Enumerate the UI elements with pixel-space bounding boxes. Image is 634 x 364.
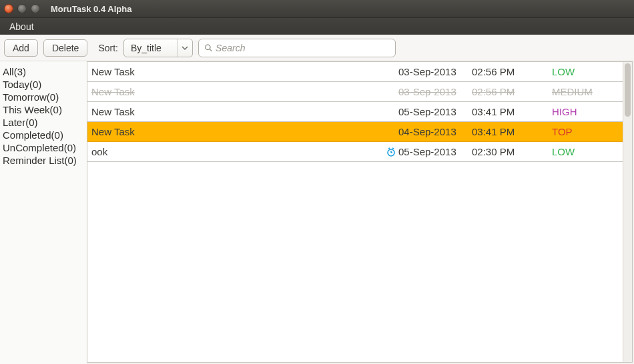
- task-title: New Task: [91, 86, 384, 97]
- task-title: New Task: [91, 126, 384, 137]
- task-priority: LOW: [552, 66, 619, 77]
- sort-label: Sort:: [98, 43, 118, 53]
- task-title: ook: [91, 146, 384, 157]
- svg-point-0: [206, 45, 210, 49]
- window-maximize-icon[interactable]: [31, 4, 40, 13]
- search-field[interactable]: [198, 39, 396, 57]
- sort-select-value: By_title: [124, 43, 178, 53]
- reminder-icon: [384, 147, 398, 157]
- chevron-down-icon: [178, 39, 192, 57]
- sidebar-item[interactable]: UnCompleted(0): [1, 141, 85, 154]
- task-title: New Task: [91, 106, 384, 117]
- toolbar: Add Delete Sort: By_title: [0, 35, 634, 61]
- sidebar: All(3)Today(0)Tomorrow(0)This Week(0)Lat…: [0, 61, 87, 364]
- task-time: 03:41 PM: [472, 126, 552, 137]
- task-time: 02:56 PM: [472, 66, 552, 77]
- sidebar-item[interactable]: Reminder List(0): [1, 154, 85, 167]
- add-button[interactable]: Add: [4, 39, 38, 57]
- sidebar-item[interactable]: Today(0): [1, 78, 85, 91]
- titlebar: MoruTask 0.4 Alpha: [0, 0, 634, 17]
- task-date: 03-Sep-2013: [398, 66, 472, 77]
- task-area: New Task03-Sep-201302:56 PMLOWNew Task03…: [87, 61, 633, 363]
- task-row[interactable]: New Task03-Sep-201302:56 PMMEDIUM: [87, 82, 623, 102]
- task-date: 03-Sep-2013: [398, 86, 472, 97]
- task-priority: MEDIUM: [552, 86, 619, 97]
- delete-button[interactable]: Delete: [43, 39, 87, 57]
- task-date: 04-Sep-2013: [398, 126, 472, 137]
- menu-about[interactable]: About: [5, 20, 38, 33]
- app-title: MoruTask 0.4 Alpha: [51, 4, 131, 14]
- task-priority: TOP: [552, 126, 619, 137]
- search-icon: [204, 43, 213, 53]
- sidebar-item[interactable]: Later(0): [1, 116, 85, 129]
- scrollbar-thumb[interactable]: [625, 63, 631, 117]
- content-area: All(3)Today(0)Tomorrow(0)This Week(0)Lat…: [0, 61, 634, 364]
- sidebar-item[interactable]: Completed(0): [1, 129, 85, 141]
- window-close-icon[interactable]: [4, 4, 13, 13]
- search-input[interactable]: [216, 43, 390, 53]
- task-time: 03:41 PM: [472, 106, 552, 117]
- task-date: 05-Sep-2013: [398, 146, 472, 157]
- menubar: About: [0, 17, 634, 35]
- task-row[interactable]: New Task03-Sep-201302:56 PMLOW: [87, 62, 623, 82]
- window-minimize-icon[interactable]: [17, 4, 27, 13]
- task-time: 02:56 PM: [472, 86, 552, 97]
- svg-line-1: [210, 49, 212, 51]
- task-row[interactable]: ook05-Sep-201302:30 PMLOW: [87, 142, 623, 162]
- scrollbar[interactable]: [623, 62, 632, 362]
- task-list: New Task03-Sep-201302:56 PMLOWNew Task03…: [87, 62, 623, 362]
- task-priority: HIGH: [552, 106, 619, 117]
- sort-select[interactable]: By_title: [123, 39, 193, 57]
- task-priority: LOW: [552, 146, 619, 157]
- sidebar-item[interactable]: Tomorrow(0): [1, 91, 85, 103]
- task-title: New Task: [91, 66, 384, 77]
- task-date: 05-Sep-2013: [398, 106, 472, 117]
- task-time: 02:30 PM: [472, 146, 552, 157]
- task-row[interactable]: New Task05-Sep-201303:41 PMHIGH: [87, 102, 623, 122]
- sidebar-item[interactable]: All(3): [1, 65, 85, 78]
- sidebar-item[interactable]: This Week(0): [1, 103, 85, 116]
- task-row[interactable]: New Task04-Sep-201303:41 PMTOP: [87, 122, 623, 142]
